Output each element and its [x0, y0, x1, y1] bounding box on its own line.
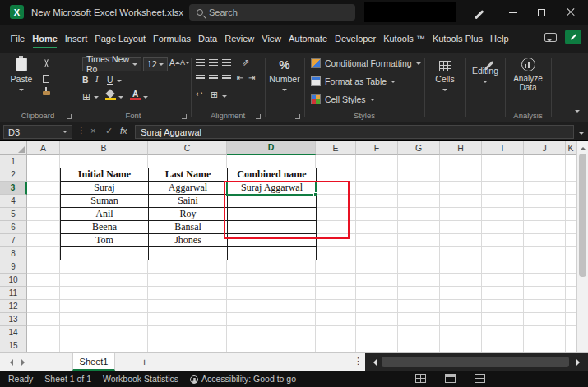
name-box-resize-handle[interactable]: ⋮ — [77, 126, 86, 135]
menu-tab-formulas[interactable]: Formulas — [150, 25, 195, 53]
menu-tab-insert[interactable]: Insert — [61, 25, 91, 53]
column-header-F[interactable]: F — [356, 141, 398, 155]
next-sheet-icon[interactable] — [21, 359, 28, 366]
menu-tab-kutools-plus[interactable]: Kutools Plus — [428, 25, 486, 53]
font-color-button[interactable]: A — [130, 90, 141, 100]
format-as-table-button[interactable]: Format as Table — [311, 76, 396, 86]
excel-app-icon[interactable]: X — [10, 5, 24, 19]
fill-color-dropdown-icon[interactable] — [118, 94, 123, 101]
row-header-4[interactable]: 4 — [0, 195, 27, 208]
table-header-cell[interactable]: Last Name — [149, 168, 228, 182]
page-break-view-button[interactable] — [475, 374, 485, 383]
column-header-K[interactable]: K — [566, 141, 576, 155]
cell-styles-button[interactable]: Cell Styles — [311, 94, 375, 104]
minimize-button[interactable] — [498, 0, 527, 25]
wrap-text-button[interactable]: ↩ — [196, 90, 202, 99]
table-cell[interactable]: Suraj — [61, 182, 149, 195]
merge-dropdown-icon[interactable] — [222, 93, 227, 100]
underline-dropdown-icon[interactable] — [117, 77, 122, 85]
search-box[interactable]: Search — [189, 4, 355, 21]
row-header-15[interactable]: 15 — [0, 339, 27, 352]
formula-bar-expand-icon[interactable] — [579, 129, 584, 139]
font-dialog-launcher[interactable] — [182, 114, 187, 119]
comments-icon[interactable] — [544, 33, 557, 42]
orientation-button[interactable]: ⇗ — [242, 58, 249, 68]
vertical-scroll-thumb[interactable] — [579, 154, 586, 277]
table-cell[interactable]: Bansal — [149, 221, 228, 234]
align-center-button[interactable] — [209, 75, 218, 81]
merge-center-button[interactable]: ⊞ — [211, 90, 218, 100]
table-header-cell[interactable]: Combined name — [228, 168, 317, 182]
scroll-left-icon[interactable] — [370, 359, 377, 366]
table-header-cell[interactable]: Initial Name — [61, 168, 149, 182]
font-size-combo[interactable]: 12 — [143, 57, 168, 71]
bold-button[interactable]: B — [82, 75, 89, 85]
row-header-3[interactable]: 3 — [0, 182, 27, 195]
fill-color-button[interactable] — [105, 90, 117, 100]
align-right-button[interactable] — [222, 75, 231, 81]
tab-bar-splitter[interactable]: ⋮ — [354, 356, 363, 366]
table-cell[interactable]: Jhones — [149, 234, 228, 247]
cells-button[interactable]: Cells — [430, 61, 460, 94]
status-sheet-info[interactable]: Sheet 1 of 1 — [44, 374, 91, 384]
conditional-formatting-button[interactable]: Conditional Formatting — [311, 58, 421, 68]
table-cell[interactable]: Roy — [149, 208, 228, 221]
grow-font-button[interactable]: A — [169, 58, 180, 67]
close-button[interactable] — [556, 0, 585, 25]
format-painter-button[interactable] — [43, 91, 50, 95]
menu-tab-home[interactable]: Home — [29, 25, 62, 53]
row-header-13[interactable]: 13 — [0, 313, 27, 326]
row-header-12[interactable]: 12 — [0, 300, 27, 313]
table-cell[interactable] — [149, 247, 228, 260]
maximize-button[interactable] — [527, 0, 556, 25]
column-header-E[interactable]: E — [316, 141, 356, 155]
horizontal-scroll-thumb[interactable] — [382, 357, 569, 367]
menu-tab-kutools[interactable]: Kutools ™ — [380, 25, 429, 53]
column-header-G[interactable]: G — [398, 141, 440, 155]
formula-input[interactable]: Suraj Aggarwal — [135, 125, 574, 139]
menu-tab-data[interactable]: Data — [194, 25, 220, 53]
column-header-J[interactable]: J — [524, 141, 566, 155]
scroll-up-icon[interactable] — [580, 144, 586, 150]
shrink-font-button[interactable]: A — [180, 58, 190, 67]
paste-button[interactable]: Paste — [7, 58, 36, 94]
menu-tab-review[interactable]: Review — [221, 25, 258, 53]
menu-tab-developer[interactable]: Developer — [331, 25, 380, 53]
clipboard-dialog-launcher[interactable] — [67, 114, 72, 119]
share-button[interactable] — [565, 30, 581, 44]
cancel-icon[interactable]: × — [90, 126, 95, 136]
normal-view-button[interactable] — [415, 374, 426, 383]
font-color-dropdown-icon[interactable] — [143, 94, 148, 101]
select-all-corner[interactable] — [0, 141, 27, 155]
font-name-combo[interactable]: Times New Ro — [82, 57, 141, 71]
column-header-A[interactable]: A — [27, 141, 60, 155]
status-accessibility[interactable]: Accessibility: Good to go — [190, 374, 296, 384]
align-top-button[interactable] — [196, 59, 205, 66]
row-header-6[interactable]: 6 — [0, 221, 27, 234]
align-left-button[interactable] — [196, 75, 205, 81]
scroll-right-icon[interactable] — [576, 359, 583, 366]
row-header-5[interactable]: 5 — [0, 208, 27, 221]
sheet-tab-sheet1[interactable]: Sheet1 — [72, 353, 115, 371]
column-header-C[interactable]: C — [148, 141, 227, 155]
name-box[interactable]: D3 — [3, 125, 72, 139]
page-layout-view-button[interactable] — [445, 374, 456, 383]
borders-dropdown-icon[interactable] — [94, 94, 99, 101]
alignment-dialog-launcher[interactable] — [256, 114, 261, 119]
underline-button[interactable]: U — [107, 75, 113, 85]
cut-button[interactable] — [43, 59, 51, 68]
horizontal-scrollbar[interactable] — [365, 353, 588, 371]
add-sheet-button[interactable]: + — [138, 356, 150, 368]
paste-dropdown-icon[interactable] — [19, 89, 24, 94]
column-header-D[interactable]: D — [227, 141, 316, 155]
row-header-8[interactable]: 8 — [0, 247, 27, 260]
number-dropdown-icon[interactable] — [282, 89, 287, 94]
table-cell[interactable]: Saini — [149, 195, 228, 208]
row-header-11[interactable]: 11 — [0, 287, 27, 300]
row-header-7[interactable]: 7 — [0, 234, 27, 247]
table-cell[interactable]: Suman — [61, 195, 149, 208]
borders-button[interactable]: ⊞ — [82, 91, 90, 103]
table-cell[interactable] — [61, 247, 149, 260]
column-header-H[interactable]: H — [440, 141, 482, 155]
menu-tab-automate[interactable]: Automate — [285, 25, 331, 53]
